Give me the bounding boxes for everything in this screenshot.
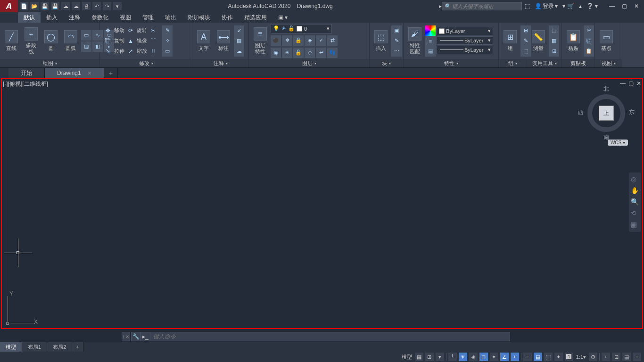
select-icon[interactable]: ⬚ [549, 25, 559, 36]
panel-title-draw[interactable]: 绘图▾ [0, 59, 99, 67]
copy-icon[interactable]: ⿻ [104, 37, 112, 45]
search-input[interactable]: 🔍 键入关键字或短语 [442, 2, 522, 10]
layer-dropdown[interactable]: 💡☀🔓0▾ [271, 24, 332, 33]
menu-插入[interactable]: 插入 [41, 12, 63, 23]
pan-icon[interactable]: ✋ [631, 187, 639, 195]
calc-icon[interactable]: ▦ [549, 36, 559, 46]
stretch-button[interactable]: 拉伸 [114, 48, 124, 55]
table-icon[interactable]: ▦ [234, 36, 244, 46]
layout-tab-布局1[interactable]: 布局1 [22, 342, 47, 352]
viewcube-north[interactable]: 北 [603, 85, 609, 93]
a360-icon[interactable]: ▴ [579, 3, 582, 9]
add-layout-button[interactable]: + [72, 342, 83, 352]
line-button[interactable]: ╱直线 [2, 28, 21, 53]
lineweight-dropdown[interactable]: ByLayer▾ [437, 36, 493, 45]
layer-unisolate-icon[interactable]: ◇ [305, 48, 315, 58]
explode-icon[interactable]: ✧ [162, 36, 173, 46]
rotate-icon[interactable]: ⟳ [126, 26, 135, 35]
open-icon[interactable]: 📂 [30, 2, 39, 10]
file-tab-开始[interactable]: 开始 [8, 68, 45, 78]
panel-title-block[interactable]: 块▾ [370, 59, 403, 67]
hatch-icon[interactable]: ▨ [81, 41, 91, 52]
menu-视图[interactable]: 视图 [114, 12, 137, 23]
trim-icon[interactable]: ✂ [149, 26, 157, 35]
layer-prev-icon[interactable]: ↩ [316, 48, 326, 58]
viewcube-top-face[interactable]: 上 [599, 106, 614, 121]
sb-customize-icon[interactable]: ≡ [633, 353, 641, 361]
color-wheel-icon[interactable] [425, 25, 436, 36]
sb-lineweight-icon[interactable]: ≡ [523, 353, 532, 361]
panel-title-modify[interactable]: 修改▾ [100, 59, 192, 67]
qat-more-icon[interactable]: ▾ [113, 2, 122, 10]
viewport-label[interactable]: [-][俯视][二维线框] [3, 80, 48, 88]
cloud-icon[interactable]: ☁ [234, 46, 244, 57]
wcs-badge[interactable]: WCS ▾ [608, 140, 628, 146]
move-icon[interactable]: ✥ [104, 26, 112, 35]
cmdline-customize-icon[interactable]: 🔧 [132, 332, 141, 341]
login-button[interactable]: 👤 登录 ▾ [535, 2, 558, 10]
block-edit-icon[interactable]: ✎ [391, 36, 402, 46]
base-view-button[interactable]: ▭基点 [597, 28, 616, 53]
insert-block-button[interactable]: ⬚插入 [372, 28, 390, 53]
panel-title-annot[interactable]: 注释▾ [192, 59, 248, 67]
sb-osnap-icon[interactable]: ◻ [479, 353, 488, 361]
sb-transparency-icon[interactable]: ▤ [534, 353, 542, 361]
sb-ortho-icon[interactable]: └ [448, 353, 457, 361]
sb-gizmo-icon[interactable]: ✦ [554, 353, 563, 361]
sb-workspace-icon[interactable]: ⚙ [589, 353, 597, 361]
stretch-icon[interactable]: ⇲ [104, 47, 112, 56]
web-save-icon[interactable]: ☁ [72, 2, 80, 10]
panel-title-props[interactable]: 特性▾ [404, 59, 498, 67]
copy-button[interactable]: 复制 [114, 37, 124, 44]
layer-props-button[interactable]: ≡图层 特性 [251, 25, 270, 56]
lineweight-icon[interactable]: ≡ [425, 36, 436, 46]
sb-snap-icon[interactable]: ⊞ [425, 353, 434, 361]
panel-title-util[interactable]: 实用工具▾ [527, 59, 561, 67]
close-icon[interactable]: ✕ [632, 2, 641, 10]
sb-dyn-icon[interactable]: + [511, 353, 519, 361]
viewport-maximize-icon[interactable]: ▢ [628, 80, 634, 87]
block-attr-icon[interactable]: ⋯ [391, 46, 402, 57]
sb-otrack-icon[interactable]: ∠ [500, 353, 509, 361]
menu-默认[interactable]: 默认 [18, 12, 41, 23]
menu-注释[interactable]: 注释 [63, 12, 86, 23]
layer-off-icon[interactable]: ⚫ [271, 35, 281, 46]
ribbon-pin-icon[interactable]: ▣ ▾ [272, 12, 293, 23]
menu-管理[interactable]: 管理 [137, 12, 159, 23]
viewport-minimize-icon[interactable]: — [620, 80, 626, 87]
command-line[interactable]: 🔧 ▸_ [131, 332, 510, 341]
layer-make-icon[interactable]: ✓ [316, 35, 326, 46]
layer-lock-icon[interactable]: 🔒 [293, 35, 304, 46]
group-button[interactable]: ⊞组 [501, 28, 520, 53]
file-tab-Drawing1[interactable]: Drawing1× [45, 68, 104, 78]
web-open-icon[interactable]: ☁ [61, 2, 70, 10]
mirror-button[interactable]: 镜像 [137, 37, 147, 44]
fullnav-icon[interactable]: ◎ [631, 175, 639, 184]
offset-icon[interactable]: ▭ [162, 46, 173, 57]
layer-iso-icon[interactable]: ◈ [305, 35, 315, 46]
layer-match-icon[interactable]: ⇄ [327, 35, 338, 46]
showmotion-icon[interactable]: ▣ [631, 221, 639, 229]
view-cube[interactable]: 上 北 南 东 西 [583, 90, 630, 137]
layer-thaw-icon[interactable]: ☀ [282, 48, 292, 58]
menu-参数化[interactable]: 参数化 [86, 12, 114, 23]
quickcalc-icon[interactable]: ⊞ [549, 46, 559, 57]
array-icon[interactable]: ⁞⁞ [149, 47, 157, 56]
print-icon[interactable]: 🖨 [82, 2, 91, 10]
layer-on-icon[interactable]: ◉ [271, 48, 281, 58]
command-input[interactable] [150, 333, 510, 340]
dim-button[interactable]: ⟷标注 [214, 28, 233, 53]
linetype-dropdown[interactable]: ByLayer▾ [437, 46, 493, 54]
tab-close-icon[interactable]: × [88, 69, 91, 77]
exchange-icon[interactable]: ▾ 🛒 [562, 3, 574, 9]
panel-title-view[interactable]: 视图▾ [595, 59, 622, 67]
color-dropdown[interactable]: ByLayer▾ [437, 27, 493, 35]
paste-special-icon[interactable]: 📋 [584, 46, 594, 57]
rect-icon[interactable]: ▭ [81, 30, 91, 41]
panel-title-layer[interactable]: 图层▾ [249, 59, 369, 67]
circle-button[interactable]: ◯圆 [41, 28, 60, 53]
leader-icon[interactable]: ↙ [234, 25, 244, 36]
zoom-icon[interactable]: 🔍 [631, 198, 639, 206]
fillet-icon[interactable]: ⌒ [149, 37, 157, 45]
arc-button[interactable]: ◠圆弧 [61, 28, 80, 53]
